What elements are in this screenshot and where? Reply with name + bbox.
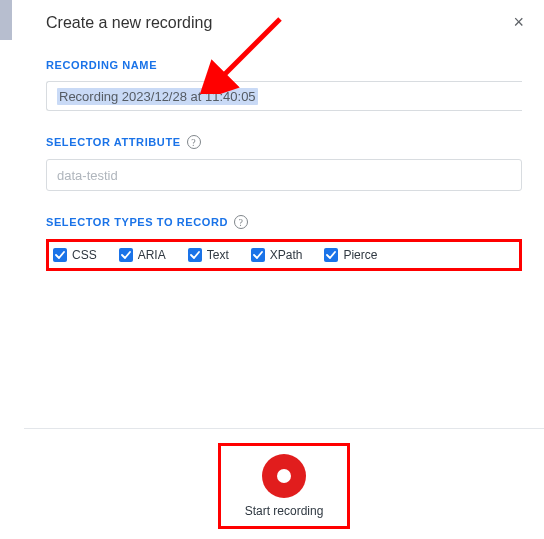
left-gutter (0, 0, 12, 40)
checkbox-label: Text (207, 248, 229, 262)
checkbox-text[interactable]: Text (188, 248, 229, 262)
start-recording-label: Start recording (245, 504, 324, 518)
close-button[interactable]: × (507, 10, 530, 35)
checkbox-label: Pierce (343, 248, 377, 262)
recording-name-label: RECORDING NAME (46, 59, 522, 71)
checkbox-icon (251, 248, 265, 262)
checkbox-xpath[interactable]: XPath (251, 248, 303, 262)
selector-types-label: SELECTOR TYPES TO RECORD ? (46, 215, 522, 229)
selector-types-row: CSS ARIA Text XPath (46, 239, 522, 271)
section-selector-attribute: SELECTOR ATTRIBUTE ? (24, 125, 544, 205)
section-selector-types: SELECTOR TYPES TO RECORD ? CSS ARIA Te (24, 205, 544, 285)
checkbox-label: ARIA (138, 248, 166, 262)
checkbox-icon (119, 248, 133, 262)
selector-types-label-text: SELECTOR TYPES TO RECORD (46, 216, 228, 228)
footer: Start recording (24, 429, 544, 539)
checkbox-icon (188, 248, 202, 262)
create-recording-panel: Create a new recording × RECORDING NAME … (24, 0, 544, 539)
selector-attribute-label-text: SELECTOR ATTRIBUTE (46, 136, 181, 148)
recording-name-value: Recording 2023/12/28 at 11:40:05 (57, 88, 258, 105)
recording-name-input[interactable]: Recording 2023/12/28 at 11:40:05 (46, 81, 522, 111)
panel-header: Create a new recording × (24, 0, 544, 49)
start-recording-highlight: Start recording (218, 443, 351, 529)
panel-title: Create a new recording (46, 14, 212, 32)
checkbox-icon (53, 248, 67, 262)
checkbox-aria[interactable]: ARIA (119, 248, 166, 262)
checkbox-pierce[interactable]: Pierce (324, 248, 377, 262)
checkbox-label: CSS (72, 248, 97, 262)
help-icon[interactable]: ? (187, 135, 201, 149)
selector-attribute-input[interactable] (46, 159, 522, 191)
checkbox-icon (324, 248, 338, 262)
record-icon (277, 469, 291, 483)
selector-attribute-label: SELECTOR ATTRIBUTE ? (46, 135, 522, 149)
start-recording-button[interactable] (262, 454, 306, 498)
checkbox-css[interactable]: CSS (53, 248, 97, 262)
help-icon[interactable]: ? (234, 215, 248, 229)
section-recording-name: RECORDING NAME Recording 2023/12/28 at 1… (24, 49, 544, 125)
checkbox-label: XPath (270, 248, 303, 262)
